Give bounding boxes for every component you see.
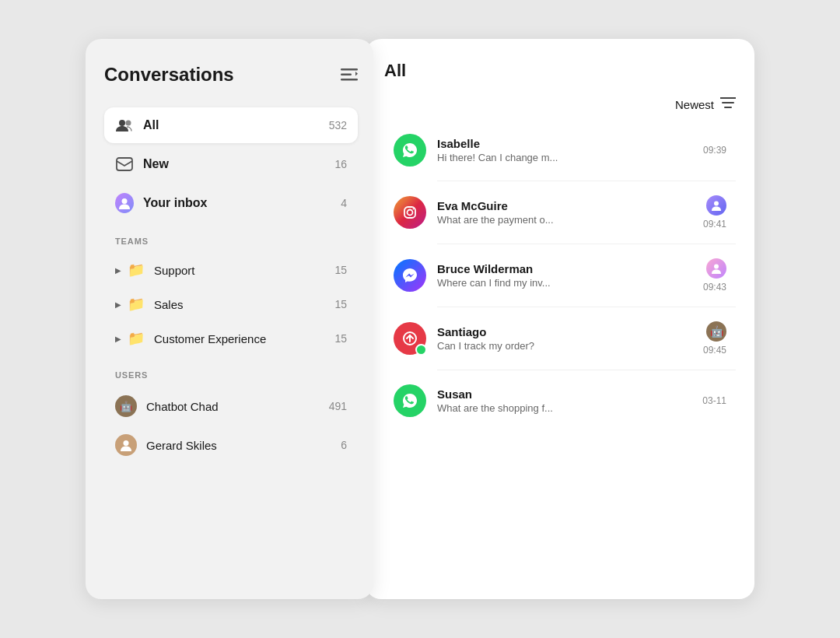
team-cx-label: Customer Experience xyxy=(154,332,334,345)
instagram-icon-eva xyxy=(394,196,426,229)
conv-preview-eva: What are the payment o... xyxy=(437,214,695,226)
conv-time-bruce: 09:43 xyxy=(703,282,726,293)
gerard-avatar xyxy=(115,434,137,456)
conv-time-isabelle: 09:39 xyxy=(703,145,726,156)
chatbot-avatar: 🤖 xyxy=(115,395,137,417)
conv-preview-bruce: Where can I find my inv... xyxy=(437,277,695,289)
conv-item-santiago[interactable]: Santiago Can I track my order? 🤖 09:45 xyxy=(384,309,736,368)
filter-label: Newest xyxy=(675,98,714,111)
conv-item-susan[interactable]: Susan What are the shopping f... 03-11 xyxy=(384,372,736,429)
svg-point-8 xyxy=(124,440,129,446)
conv-meta-bruce: 09:43 xyxy=(703,258,726,293)
whatsapp-badge xyxy=(415,344,427,356)
team-arrow-icon-2: ▶ xyxy=(115,300,121,309)
conv-divider-4 xyxy=(437,370,736,370)
team-support-label: Support xyxy=(154,264,334,277)
team-item-cx[interactable]: ▶ 📁 Customer Experience 15 xyxy=(104,322,358,355)
eva-agent-avatar xyxy=(706,195,726,216)
inbox-user-avatar xyxy=(115,193,134,213)
conv-name-isabelle: Isabelle xyxy=(437,137,695,150)
svg-rect-6 xyxy=(117,158,132,170)
svg-rect-0 xyxy=(341,68,358,71)
conv-item-isabelle[interactable]: Isabelle Hi there! Can I change m... 09:… xyxy=(384,121,736,179)
filter-row: Newest xyxy=(384,96,736,112)
user-gerard-label: Gerard Skiles xyxy=(146,439,341,452)
teams-section-label: TEAMS xyxy=(115,237,358,246)
folder-icon-2: 📁 xyxy=(128,296,145,313)
santiago-agent-avatar: 🤖 xyxy=(706,321,726,342)
conv-name-bruce: Bruce Wilderman xyxy=(437,262,695,275)
conv-item-bruce[interactable]: Bruce Wilderman Where can I find my inv.… xyxy=(384,246,736,305)
nav-item-inbox[interactable]: Your inbox 4 xyxy=(104,185,358,221)
conv-content-santiago: Santiago Can I track my order? xyxy=(437,325,695,352)
inbox-avatar-icon xyxy=(115,194,134,212)
conv-name-susan: Susan xyxy=(437,387,695,401)
conv-item-eva[interactable]: Eva McGuire What are the payment o... 09… xyxy=(384,183,736,242)
collapse-icon[interactable] xyxy=(341,68,358,82)
nav-item-new[interactable]: New 16 xyxy=(104,146,358,182)
svg-point-14 xyxy=(413,209,415,210)
all-users-icon xyxy=(115,116,134,135)
new-icon xyxy=(115,155,134,174)
sidebar-header: Conversations xyxy=(104,64,358,86)
svg-rect-1 xyxy=(341,74,352,76)
nav-item-all-label: All xyxy=(143,118,329,132)
sidebar: Conversations All 53 xyxy=(86,39,373,599)
conv-time-susan: 03-11 xyxy=(702,395,726,406)
folder-icon: 📁 xyxy=(128,261,145,279)
conv-content-susan: Susan What are the shopping f... xyxy=(437,387,695,414)
svg-point-15 xyxy=(714,202,719,206)
main-panel: All Newest Isabelle Hi there! Can I xyxy=(366,39,754,599)
team-cx-count: 15 xyxy=(334,332,347,345)
folder-icon-3: 📁 xyxy=(128,330,145,347)
santiago-channel-wrapper xyxy=(394,322,426,355)
svg-rect-2 xyxy=(341,79,358,81)
svg-point-16 xyxy=(714,265,719,269)
whatsapp-icon-isabelle xyxy=(394,134,426,167)
user-chatbot-label: Chatbot Chad xyxy=(146,400,329,413)
conv-content-isabelle: Isabelle Hi there! Can I change m... xyxy=(437,137,695,163)
users-section-label: USERS xyxy=(115,370,358,380)
team-arrow-icon-3: ▶ xyxy=(115,335,121,343)
main-header: All xyxy=(384,61,736,81)
nav-item-new-label: New xyxy=(143,157,334,171)
conv-divider-1 xyxy=(437,181,736,181)
bruce-agent-avatar xyxy=(706,258,726,279)
user-chatbot-count: 491 xyxy=(329,400,347,412)
team-support-count: 15 xyxy=(334,264,347,276)
conv-time-eva: 09:41 xyxy=(703,219,726,230)
sidebar-title: Conversations xyxy=(104,64,234,86)
conv-preview-isabelle: Hi there! Can I change m... xyxy=(437,152,695,163)
svg-point-5 xyxy=(126,121,131,126)
user-gerard-count: 6 xyxy=(341,439,347,451)
conv-divider-3 xyxy=(437,307,736,307)
user-item-gerard[interactable]: Gerard Skiles 6 xyxy=(104,426,358,464)
whatsapp-icon-susan xyxy=(394,384,426,417)
conv-meta-eva: 09:41 xyxy=(703,195,726,230)
messenger-icon-bruce xyxy=(394,259,426,292)
robot-icon-conv: 🤖 xyxy=(710,325,723,338)
robot-icon: 🤖 xyxy=(120,401,132,412)
conv-time-santiago: 09:45 xyxy=(703,345,726,356)
conv-content-eva: Eva McGuire What are the payment o... xyxy=(437,199,695,226)
nav-item-inbox-label: Your inbox xyxy=(143,196,341,210)
team-sales-count: 15 xyxy=(334,298,347,310)
svg-marker-3 xyxy=(355,72,358,76)
conv-meta-santiago: 🤖 09:45 xyxy=(703,321,726,356)
team-item-support[interactable]: ▶ 📁 Support 15 xyxy=(104,254,358,286)
filter-icon[interactable] xyxy=(720,96,736,112)
nav-item-all[interactable]: All 532 xyxy=(104,107,358,143)
user-item-chatbot[interactable]: 🤖 Chatbot Chad 491 xyxy=(104,387,358,425)
nav-item-inbox-count: 4 xyxy=(341,197,347,209)
svg-point-13 xyxy=(408,210,413,216)
svg-point-4 xyxy=(119,120,125,126)
team-item-sales[interactable]: ▶ 📁 Sales 15 xyxy=(104,288,358,321)
conv-meta-susan: 03-11 xyxy=(702,395,726,406)
app-container: Conversations All 53 xyxy=(86,39,754,599)
conv-content-bruce: Bruce Wilderman Where can I find my inv.… xyxy=(437,262,695,289)
conv-preview-santiago: Can I track my order? xyxy=(437,340,695,352)
conv-meta-isabelle: 09:39 xyxy=(703,145,726,156)
nav-item-all-count: 532 xyxy=(329,119,347,131)
main-title: All xyxy=(384,61,406,81)
team-arrow-icon: ▶ xyxy=(115,266,121,275)
